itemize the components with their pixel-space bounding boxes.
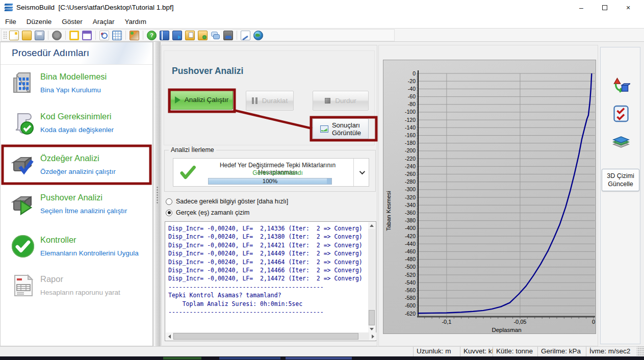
scroll-up-button[interactable] — [368, 222, 375, 229]
manual-book-icon[interactable] — [160, 31, 169, 40]
svg-text:-60: -60 — [408, 93, 416, 99]
menu-bar: FileDüzenleGösterAraçlarYardım — [0, 15, 644, 28]
sidebar-header: Prosedür Adımları — [1, 42, 152, 65]
window-title: SeismoBuild [C:\Users\atfar\Desktop\Tuto… — [16, 4, 174, 11]
sidebar-item-rapor[interactable]: RaporHesapların raporunu yarat — [11, 273, 147, 305]
svg-text:-260: -260 — [405, 171, 416, 177]
run-analysis-button[interactable]: Analizi Çalıştır — [170, 90, 233, 110]
svg-text:-360: -360 — [405, 210, 416, 216]
chip-play-icon — [11, 192, 35, 216]
toolbar-separator — [143, 31, 143, 40]
sidebar-item-kod-gereksinimleri[interactable]: Kod GereksinimleriKoda dayalı değişkenle… — [11, 111, 147, 142]
toolbar-separator — [125, 31, 126, 40]
menu-item-file[interactable]: File — [0, 16, 21, 27]
table-calc-icon[interactable] — [112, 31, 122, 40]
layers-icon[interactable] — [612, 132, 630, 150]
chart-tools-strip: 3D Çizimi Güncelle — [600, 47, 640, 344]
update-3d-plot-button[interactable]: 3D Çizimi Güncelle — [602, 169, 639, 191]
svg-text:-40: -40 — [408, 86, 416, 92]
toolbar-grip[interactable] — [3, 31, 7, 40]
svg-text:-240: -240 — [405, 163, 416, 169]
resize-grip[interactable] — [637, 347, 644, 356]
sidebar-item-pushover-analizi[interactable]: Pushover AnaliziSeçilen İtme analizini ç… — [11, 192, 147, 223]
analysis-progress-group: Analizi İlerleme Hedef Yer Değiştirmede … — [164, 150, 376, 192]
help-icon[interactable]: ? — [147, 31, 157, 40]
report-icon — [11, 273, 35, 298]
book-update-icon[interactable] — [172, 31, 182, 40]
taskbar-sliver — [0, 356, 644, 360]
update-3d-view-icon[interactable] — [612, 76, 630, 94]
horizontal-scroll-thumb[interactable] — [173, 333, 358, 340]
sidebar-item-title: Rapor — [40, 274, 120, 284]
maximize-button[interactable] — [593, 0, 616, 15]
svg-text:Taban Kesmesi: Taban Kesmesi — [385, 191, 392, 231]
building-icon — [11, 71, 35, 95]
sidebar-item-title: Kod Gereksinimleri — [40, 112, 114, 121]
sidebar-item-subtitle: Hesapların raporunu yarat — [40, 289, 120, 296]
scroll-down-button[interactable] — [368, 326, 375, 332]
copy-icon[interactable] — [9, 31, 19, 40]
radio-realtime-plot[interactable]: Gerçek (eş) zamanlı çizim — [166, 209, 249, 216]
analysis-console[interactable]: Disp_Incr= -0,00240, LF= 2,14336 (Iter: … — [165, 221, 376, 341]
checklist-icon[interactable] — [612, 105, 630, 123]
save-icon[interactable] — [35, 31, 44, 40]
console-output: Disp_Incr= -0,00240, LF= 2,14336 (Iter: … — [168, 224, 368, 316]
brush-icon[interactable] — [130, 31, 139, 40]
svg-text:-560: -560 — [405, 287, 416, 293]
svg-text:-100: -100 — [405, 109, 416, 115]
svg-text:-160: -160 — [405, 132, 416, 138]
pushover-curve — [418, 73, 591, 313]
sidebar-item-title: Özdeğer Analizi — [40, 153, 116, 163]
pause-analysis-button[interactable]: Duraklat — [246, 91, 294, 111]
svg-text:-220: -220 — [405, 156, 416, 162]
menu-item-göster[interactable]: Göster — [57, 16, 88, 27]
chart-panel: 0-20-40-60-80-100-120-140-160-180-200-22… — [378, 45, 598, 346]
progress-status-label: Görev tamamlandı — [202, 169, 353, 176]
license-note-icon[interactable] — [241, 31, 250, 40]
radio-circle — [166, 198, 172, 205]
scroll-right-button[interactable] — [369, 332, 376, 340]
website-globe-icon[interactable] — [253, 31, 263, 40]
feedback-bubbles-icon[interactable] — [211, 31, 220, 40]
sidebar-item-kontroller[interactable]: KontrollerElemanların Kontrollerini Uygu… — [11, 234, 147, 266]
stop-analysis-button[interactable]: Durdur — [313, 91, 369, 111]
folder-web-icon[interactable] — [198, 31, 208, 40]
progress-card: Hedef Yer Değiştirmede Tepki Miktarların… — [173, 158, 369, 187]
radio-show-required-only[interactable]: Sadece gerekli bilgiyi göster [daha hızl… — [166, 198, 288, 205]
menu-item-araçlar[interactable]: Araçlar — [88, 16, 120, 27]
scroll-left-button[interactable] — [166, 332, 173, 340]
minimize-button[interactable]: – — [570, 0, 593, 15]
vertical-scroll-thumb[interactable] — [369, 310, 375, 325]
progress-expand-button[interactable] — [353, 159, 369, 186]
sidebar-item-ozdeger-analizi[interactable]: Özdeğer AnaliziÖzdeğer analizini çalıştı… — [11, 152, 147, 184]
toolbar: ? — [1, 29, 395, 41]
frame-view-icon[interactable] — [69, 31, 79, 40]
svg-text:0: 0 — [592, 319, 595, 325]
sidebar-item-title: Kontroller — [40, 235, 139, 245]
menu-item-düzenle[interactable]: Düzenle — [21, 16, 57, 27]
window-layout-icon[interactable] — [82, 31, 92, 40]
svg-text:-320: -320 — [405, 194, 416, 200]
sidebar-item-subtitle: Bina Yapı Kurulumu — [40, 86, 107, 94]
community-icon[interactable] — [223, 31, 233, 40]
console-vertical-scrollbar[interactable] — [368, 222, 375, 332]
procedure-steps-sidebar: Prosedür Adımları Bina ModellemesiBina Y… — [0, 42, 153, 346]
console-horizontal-scrollbar[interactable] — [166, 332, 376, 340]
svg-text:-600: -600 — [405, 302, 416, 308]
splitter-handle[interactable] — [157, 186, 158, 204]
svg-text:-20: -20 — [408, 78, 416, 84]
panel-splitter[interactable] — [153, 42, 161, 346]
progress-bar: 100% — [208, 178, 332, 185]
check-circle-icon — [11, 234, 35, 259]
zoom-model-icon[interactable] — [99, 31, 109, 40]
folder-docs-icon[interactable] — [185, 31, 195, 40]
svg-text:0: 0 — [413, 70, 416, 76]
svg-text:-180: -180 — [405, 140, 416, 146]
view-results-button[interactable]: SonuçlarıGörüntüle — [313, 118, 369, 139]
menu-item-yardım[interactable]: Yardım — [120, 16, 152, 27]
close-button[interactable]: × — [616, 0, 640, 15]
open-project-icon[interactable] — [22, 31, 32, 40]
sidebar-item-bina-modellemesi[interactable]: Bina ModellemesiBina Yapı Kurulumu — [11, 71, 147, 102]
svg-text:-420: -420 — [405, 233, 416, 239]
settings-gear-icon[interactable] — [52, 31, 62, 40]
